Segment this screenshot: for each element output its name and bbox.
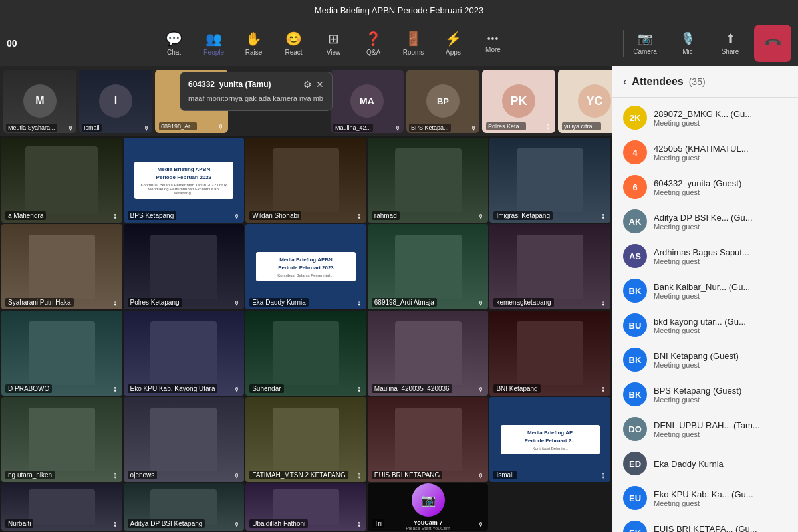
video-cell-ismail-slide[interactable]: Media Briefing APPeriode Februari 2... K… [489, 397, 610, 482]
mini-tile-ismail[interactable]: I Ismail 🎙 [79, 70, 152, 133]
tool-apps[interactable]: ⚡ Apps [435, 25, 472, 62]
tool-more[interactable]: ••• More [475, 25, 512, 62]
video-cell-689198[interactable]: 689198_Ardi Atmaja 🎙 [368, 224, 489, 309]
video-cell-imigrasi[interactable]: Imigrasi Ketapang 🎙 [489, 138, 610, 223]
video-cell-syaharani[interactable]: Syaharani Putri Haka 🎙 [1, 224, 122, 309]
attendee-name: BPS Ketapang (Guest) [654, 386, 787, 396]
mini-tile-yc[interactable]: YC yuliya citra ... 🎙 [558, 70, 612, 133]
attendee-info: Eka Daddy Kurnia [654, 459, 787, 469]
video-cell-aditya[interactable]: Aditya DP BSI Ketapang 🎙 [124, 483, 245, 531]
video-cell-euis[interactable]: EUIS BRI KETAPANG 🎙 [368, 397, 489, 482]
tooltip-settings-icon[interactable]: ⚙ [303, 79, 312, 90]
attendee-name: Eko KPU Kab. Ka... (Gu... [654, 489, 787, 499]
react-icon: 😊 [285, 31, 302, 47]
tooltip-user-name: 604332_yunita (Tamu) [188, 80, 271, 89]
tile-mic-6a: 🎙 [218, 124, 224, 130]
attendee-item[interactable]: EKEUIS BRI KETAPA... (Gu...Meeting guest [612, 515, 798, 532]
tile-name-bps: BPS Ketapa... [409, 124, 451, 132]
cell-label-euis: EUIS BRI KETAPANG [372, 471, 443, 479]
tile-name-meutia: Meutia Syahara... [6, 124, 57, 132]
cell-label-aditya: Aditya DP BSI Ketapang [128, 519, 205, 528]
share-label: Share [722, 48, 739, 55]
video-cell-fatimah[interactable]: FATIMAH_MTSN 2 KETAPANG 🎙 [245, 397, 366, 482]
video-cell-suhendar[interactable]: Suhendar 🎙 [245, 311, 366, 396]
attendee-role: Meeting guest [654, 396, 787, 404]
video-cell-ojenews[interactable]: ojenews 🎙 [124, 397, 245, 482]
tool-rooms[interactable]: 🚪 Rooms [395, 25, 432, 62]
attendee-info: EUIS BRI KETAPA... (Gu...Meeting guest [654, 524, 787, 533]
attendee-item[interactable]: EUEko KPU Kab. Ka... (Gu...Meeting guest [612, 481, 798, 515]
tile-name-maulina: Maulina_42... [333, 124, 373, 132]
video-cell-wildan[interactable]: Wildan Shohabi 🎙 [245, 138, 366, 223]
video-cell-polres[interactable]: Polres Ketapang 🎙 [124, 224, 245, 309]
tool-people[interactable]: 👥 People [196, 25, 233, 62]
video-cell-nurbaiti[interactable]: Nurbaiti 🎙 [1, 483, 122, 531]
cell-label-bni: BNI Ketapang [493, 384, 540, 393]
sidebar-attendee-list[interactable]: 2K289072_BMKG K... (Gu...Meeting guest44… [612, 98, 798, 532]
attendee-role: Meeting guest [654, 257, 787, 265]
video-cell-prabowo[interactable]: D PRABOWO 🎙 [1, 311, 122, 396]
attendee-avatar: AK [623, 209, 647, 233]
end-call-button[interactable]: 📞 [754, 25, 791, 62]
video-cell-rahmad[interactable]: rahmad 🎙 [368, 138, 489, 223]
mini-tile-meutia[interactable]: M Meutia Syahara... 🎙 [3, 70, 76, 133]
attendee-item[interactable]: EDEka Daddy Kurnia [612, 446, 798, 481]
video-cell-bni[interactable]: BNI Ketapang 🎙 [489, 311, 610, 396]
share-button[interactable]: ⬆ Share [712, 25, 749, 62]
attendee-item[interactable]: 4425055 (KHATIMATUL...Meeting guest [612, 135, 798, 170]
cell-label-eko: Eko KPU Kab. Kayong Utara [128, 384, 218, 393]
sidebar: ‹ Attendees (35) 2K289072_BMKG K... (Gu.… [612, 66, 798, 532]
tool-raise[interactable]: ✋ Raise [235, 25, 273, 62]
toolbar: 00 💬 Chat 👥 People ✋ Raise 😊 React ⊞ Vie… [0, 20, 798, 66]
meeting-title: Media Briefing APBN Periode Februari 202… [315, 5, 483, 15]
attendee-item[interactable]: DODENI_UPBU RAH... (Tam...Meeting guest [612, 412, 798, 446]
cell-label-maulina-grid: Maulina_420035_420036 [372, 384, 452, 393]
tool-view[interactable]: ⊞ View [315, 25, 352, 62]
cell-label-imigrasi: Imigrasi Ketapang [493, 211, 553, 220]
tool-react[interactable]: 😊 React [275, 25, 313, 62]
video-cell-eka-slide[interactable]: Media Briefing APBNPeriode Februari 2023… [245, 224, 366, 309]
video-cell-ubaidillah[interactable]: Ubaidillah Fathoni 🎙 [245, 483, 366, 531]
cell-mic-ojenews: 🎙 [234, 473, 240, 479]
attendee-item[interactable]: 2K289072_BMKG K... (Gu...Meeting guest [612, 100, 798, 135]
attendee-item[interactable]: BKBNI Ketapang (Guest)Meeting guest [612, 342, 798, 377]
attendee-avatar: EU [623, 486, 647, 510]
back-button[interactable]: ‹ [623, 76, 626, 88]
tool-chat[interactable]: 💬 Chat [156, 25, 193, 62]
mic-button[interactable]: 🎙️ Mic [669, 25, 706, 62]
video-cell-bps[interactable]: Media Briefing APBNPeriode Februari 2023… [124, 138, 245, 223]
attendee-item[interactable]: 6604332_yunita (Guest)Meeting guest [612, 170, 798, 204]
attendee-item[interactable]: AKAditya DP BSI Ke... (Gu...Meeting gues… [612, 204, 798, 239]
attendee-name: BNI Ketapang (Guest) [654, 351, 787, 361]
cell-mic-mahendra: 🎙 [112, 213, 118, 220]
cell-label-ubaidillah: Ubaidillah Fathoni [249, 519, 308, 528]
video-cell-youcam[interactable]: 📷 YouCam 7 Please Start YouCam Tri 🎙 [368, 483, 489, 531]
mini-tile-maulina[interactable]: MA Maulina_42... 🎙 [331, 70, 404, 133]
slide-eka: Media Briefing APBNPeriode Februari 2023… [245, 224, 366, 309]
tool-qa[interactable]: ❓ Q&A [355, 25, 392, 62]
video-cell-kemenag[interactable]: kemenagketapang 🎙 [489, 224, 610, 309]
attendee-info: DENI_UPBU RAH... (Tam...Meeting guest [654, 420, 787, 438]
video-cell-maulina[interactable]: Maulina_420035_420036 🎙 [368, 311, 489, 396]
video-cell-niken[interactable]: ng utara_niken 🎙 [1, 397, 122, 482]
qa-icon: ❓ [365, 31, 382, 47]
mic-icon: 🎙️ [680, 31, 695, 46]
cell-label-niken: ng utara_niken [5, 471, 55, 479]
cell-label-polres: Polres Ketapang [128, 298, 182, 307]
attendee-item[interactable]: BKBank Kalbar_Nur... (Gu...Meeting guest [612, 273, 798, 308]
video-area: M Meutia Syahara... 🎙 I Ismail 🎙 6A 6891… [0, 66, 612, 532]
tile-mic-maulina: 🎙 [395, 125, 401, 132]
mini-tile-bps[interactable]: BP BPS Ketapa... 🎙 [406, 70, 479, 133]
attendee-item[interactable]: BUbkd kayong utar... (Gu...Meeting guest [612, 308, 798, 342]
cell-mic-aditya: 🎙 [234, 521, 240, 528]
camera-button[interactable]: 📷 Camera [626, 25, 664, 62]
video-cell-eko[interactable]: Eko KPU Kab. Kayong Utara 🎙 [124, 311, 245, 396]
attendee-item[interactable]: BKBPS Ketapang (Guest)Meeting guest [612, 377, 798, 412]
tooltip-close-icon[interactable]: ✕ [316, 79, 324, 90]
mini-tile-pk[interactable]: PK Polres Keta... 🎙 [482, 70, 555, 133]
video-cell-mahendra[interactable]: a Mahendra 🎙 [1, 138, 122, 223]
attendee-info: 604332_yunita (Guest)Meeting guest [654, 178, 787, 196]
attendee-info: BNI Ketapang (Guest)Meeting guest [654, 351, 787, 369]
attendee-info: Aditya DP BSI Ke... (Gu...Meeting guest [654, 213, 787, 231]
attendee-item[interactable]: ASArdhimas Bagus Saput...Meeting guest [612, 239, 798, 273]
